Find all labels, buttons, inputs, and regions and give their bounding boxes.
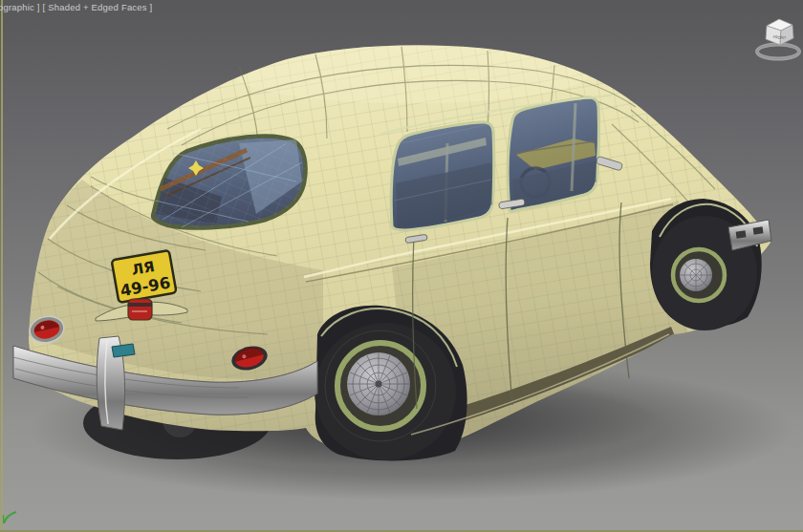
viewport-3d[interactable]: ЛЯ 49-96 FRONT [ Orthographic ] [ S (0, 0, 803, 532)
viewcube[interactable]: FRONT (757, 19, 799, 59)
front-door-window[interactable] (508, 97, 598, 211)
world-axis-indicator (3, 512, 16, 523)
viewport-border-left (1, 0, 3, 532)
rear-door-window[interactable] (391, 122, 493, 230)
front-wheel[interactable] (650, 199, 762, 330)
viewport-label[interactable]: [ Orthographic ] [ Shaded + Edged Faces … (0, 2, 152, 12)
license-plate: ЛЯ 49-96 (112, 250, 177, 303)
scene-canvas[interactable]: ЛЯ 49-96 FRONT (0, 0, 803, 532)
viewcube-front-label: FRONT (772, 34, 787, 40)
front-hubcap-wire (680, 259, 712, 291)
trunk-badge (112, 344, 135, 357)
